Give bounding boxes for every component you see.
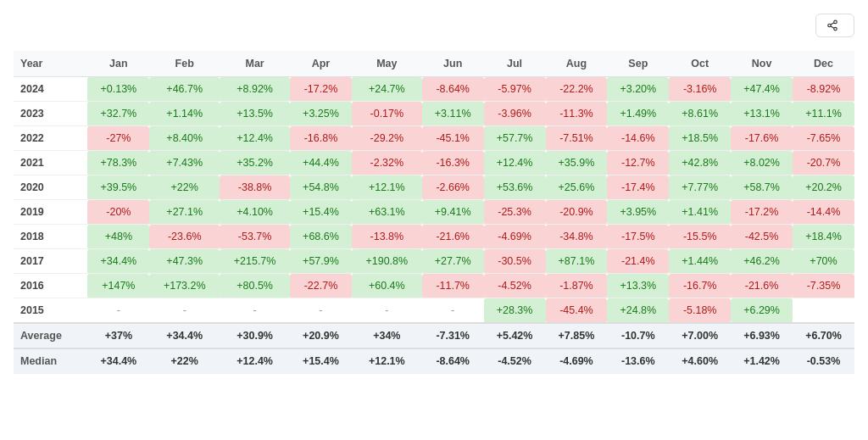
return-cell: +68.6% — [290, 225, 352, 249]
return-cell: +57.7% — [484, 126, 546, 151]
summary-label: Average — [14, 323, 87, 348]
summary-cell: +6.70% — [793, 323, 854, 348]
return-cell: +80.5% — [220, 274, 290, 298]
col-header-nov: Nov — [731, 51, 793, 77]
return-cell: +8.61% — [669, 102, 731, 126]
summary-cell: -7.31% — [422, 323, 484, 348]
return-cell: +13.1% — [731, 102, 793, 126]
summary-cell: +7.85% — [546, 323, 608, 348]
summary-cell: +5.42% — [484, 323, 546, 348]
return-cell: +7.77% — [669, 175, 731, 200]
return-cell: - — [290, 298, 352, 324]
return-cell: -11.7% — [422, 274, 484, 298]
return-cell: +46.2% — [731, 249, 793, 274]
returns-table: YearJanFebMarAprMayJunJulAugSepOctNovDec… — [14, 51, 854, 374]
median-row: Median+34.4%+22%+12.4%+15.4%+12.1%-8.64%… — [14, 348, 854, 374]
return-cell: +3.25% — [290, 102, 352, 126]
return-cell: -17.4% — [607, 175, 669, 200]
table-row: 2018+48%-23.6%-53.7%+68.6%-13.8%-21.6%-4… — [14, 225, 854, 249]
return-cell: -21.6% — [422, 225, 484, 249]
return-cell: +47.4% — [731, 77, 793, 102]
summary-cell: -8.64% — [422, 348, 484, 374]
table-header-row: YearJanFebMarAprMayJunJulAugSepOctNovDec — [14, 51, 854, 77]
return-cell: -17.6% — [731, 126, 793, 151]
summary-cell: +12.1% — [352, 348, 422, 374]
summary-cell: -0.53% — [793, 348, 854, 374]
svg-point-1 — [828, 24, 832, 27]
return-cell: +147% — [87, 274, 149, 298]
table-row: 2022-27%+8.40%+12.4%-16.8%-29.2%-45.1%+5… — [14, 126, 854, 151]
return-cell: -29.2% — [352, 126, 422, 151]
table-row: 2015------+28.3%-45.4%+24.8%-5.18%+6.29% — [14, 298, 854, 324]
return-cell: -20.7% — [793, 151, 854, 175]
return-cell: +8.40% — [149, 126, 220, 151]
col-header-mar: Mar — [220, 51, 290, 77]
return-cell: -21.6% — [731, 274, 793, 298]
return-cell: -23.6% — [149, 225, 220, 249]
return-cell: +3.20% — [607, 77, 669, 102]
return-cell: -1.87% — [546, 274, 608, 298]
return-cell: +12.1% — [352, 175, 422, 200]
return-cell: -15.5% — [669, 225, 731, 249]
return-cell: -45.1% — [422, 126, 484, 151]
summary-cell: +20.9% — [290, 323, 352, 348]
return-cell: -3.96% — [484, 102, 546, 126]
return-cell: +35.9% — [546, 151, 608, 175]
return-cell: +27.1% — [149, 200, 220, 225]
return-cell: -13.8% — [352, 225, 422, 249]
return-cell: +48% — [87, 225, 149, 249]
return-cell: +7.43% — [149, 151, 220, 175]
return-cell: +87.1% — [546, 249, 608, 274]
year-cell: 2018 — [14, 225, 87, 249]
col-header-year: Year — [14, 51, 87, 77]
return-cell: -17.5% — [607, 225, 669, 249]
return-cell: +35.2% — [220, 151, 290, 175]
table-row: 2020+39.5%+22%-38.8%+54.8%+12.1%-2.66%+5… — [14, 175, 854, 200]
average-row: Average+37%+34.4%+30.9%+20.9%+34%-7.31%+… — [14, 323, 854, 348]
summary-cell: +4.60% — [669, 348, 731, 374]
return-cell: -8.64% — [422, 77, 484, 102]
return-cell: +8.92% — [220, 77, 290, 102]
return-cell: +20.2% — [793, 175, 854, 200]
year-cell: 2023 — [14, 102, 87, 126]
year-cell: 2016 — [14, 274, 87, 298]
col-header-apr: Apr — [290, 51, 352, 77]
return-cell: +63.1% — [352, 200, 422, 225]
summary-cell: +6.93% — [731, 323, 793, 348]
return-cell: +24.8% — [607, 298, 669, 324]
svg-point-0 — [834, 20, 837, 24]
summary-cell: +22% — [149, 348, 220, 374]
return-cell: +70% — [793, 249, 854, 274]
return-cell: -7.35% — [793, 274, 854, 298]
return-cell: +6.29% — [731, 298, 793, 324]
summary-cell: -13.6% — [607, 348, 669, 374]
return-cell: -7.51% — [546, 126, 608, 151]
return-cell: -20.9% — [546, 200, 608, 225]
return-cell: -38.8% — [220, 175, 290, 200]
return-cell: -5.97% — [484, 77, 546, 102]
return-cell: +1.44% — [669, 249, 731, 274]
summary-cell: +34% — [352, 323, 422, 348]
col-header-may: May — [352, 51, 422, 77]
return-cell: +3.95% — [607, 200, 669, 225]
summary-cell: +15.4% — [290, 348, 352, 374]
return-cell: -7.65% — [793, 126, 854, 151]
return-cell: - — [87, 298, 149, 324]
summary-cell: +1.42% — [731, 348, 793, 374]
summary-cell: +34.4% — [87, 348, 149, 374]
return-cell: +4.10% — [220, 200, 290, 225]
return-cell: +13.3% — [607, 274, 669, 298]
year-cell: 2021 — [14, 151, 87, 175]
return-cell: -34.8% — [546, 225, 608, 249]
return-cell: -22.7% — [290, 274, 352, 298]
return-cell: +25.6% — [546, 175, 608, 200]
return-cell: -25.3% — [484, 200, 546, 225]
return-cell: +58.7% — [731, 175, 793, 200]
return-cell: +1.41% — [669, 200, 731, 225]
return-cell: - — [220, 298, 290, 324]
return-cell: +32.7% — [87, 102, 149, 126]
return-cell: +12.4% — [484, 151, 546, 175]
table-row: 2017+34.4%+47.3%+215.7%+57.9%+190.8%+27.… — [14, 249, 854, 274]
return-cell: -45.4% — [546, 298, 608, 324]
share-button[interactable] — [815, 14, 854, 37]
